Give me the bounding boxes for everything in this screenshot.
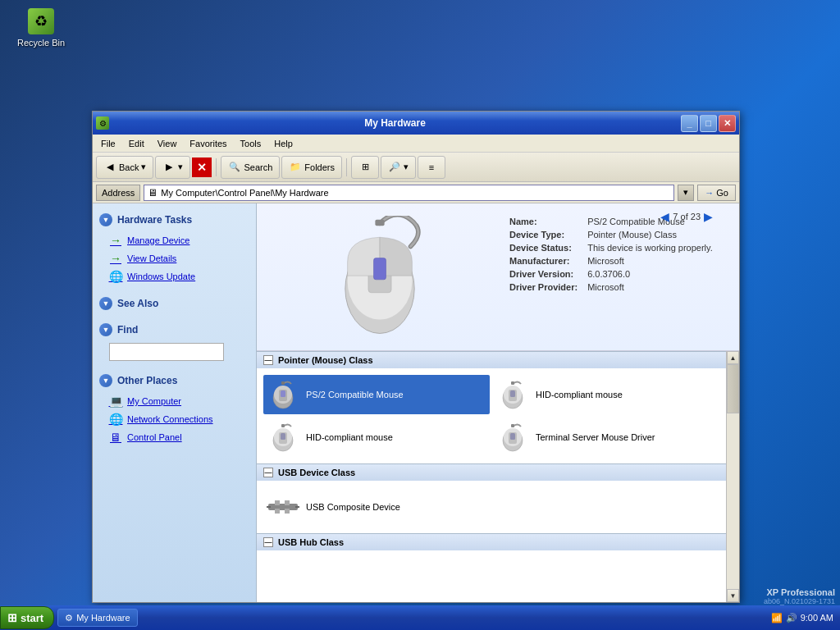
usb-composite-item[interactable]: USB Composite Device <box>263 487 490 527</box>
scroll-thumb[interactable] <box>727 364 739 413</box>
see-also-header[interactable]: ▼ See Also <box>93 294 256 313</box>
folders-icon: 📁 <box>289 161 302 174</box>
search-button[interactable]: 🔍 Search <box>221 156 280 179</box>
close-button[interactable]: ✕ <box>719 115 736 132</box>
next-device-button[interactable]: ▶ <box>704 210 713 223</box>
my-hardware-window: ⚙ My Hardware _ □ ✕ File Edit View Favor… <box>92 111 740 603</box>
my-computer-icon: 💻 <box>109 395 122 408</box>
usb-device-class-header[interactable]: — USB Device Class <box>257 463 726 481</box>
scroll-up-button[interactable]: ▲ <box>727 351 739 364</box>
usb-hub-class-header[interactable]: — USB Hub Class <box>257 533 726 550</box>
find-input[interactable] <box>109 343 224 361</box>
menu-tools[interactable]: Tools <box>235 137 267 150</box>
hid-mouse-2-item[interactable]: HID-compliant mouse <box>263 418 490 457</box>
start-windows-icon: ⊞ <box>7 611 17 624</box>
scroll-down-button[interactable]: ▼ <box>727 589 739 602</box>
device-header: ◀ 7 of 23 ▶ <box>257 203 739 351</box>
find-header[interactable]: ▼ Find <box>93 320 256 340</box>
start-label: start <box>21 612 43 624</box>
svg-rect-25 <box>268 504 298 510</box>
recycle-bin-label: Recycle Bin <box>17 38 65 48</box>
find-chevron: ▼ <box>99 323 112 336</box>
address-value[interactable]: My Computer\Control Panel\My Hardware <box>161 188 328 198</box>
view2-button[interactable]: 🔎 ▾ <box>381 156 416 179</box>
menu-edit[interactable]: Edit <box>124 137 149 150</box>
menu-file[interactable]: File <box>96 137 121 150</box>
svg-rect-4 <box>375 219 384 226</box>
network-label: Network Connections <box>127 414 213 424</box>
back-label: Back <box>119 162 139 172</box>
forward-button[interactable]: ▶ ▾ <box>155 156 190 179</box>
control-panel-link[interactable]: 🖥 Control Panel <box>93 428 256 446</box>
manage-device-link[interactable]: → Manage Device <box>93 231 256 249</box>
ps2-mouse-item[interactable]: PS/2 Compatible Mouse <box>263 375 490 414</box>
taskbar-tray: 📶 🔊 9:00 AM <box>765 613 840 623</box>
network-icon: 🌐 <box>109 413 122 426</box>
pointer-collapse-btn[interactable]: — <box>263 355 273 365</box>
usb-composite-label: USB Composite Device <box>306 502 486 512</box>
name-label: Name: <box>509 217 578 226</box>
taskbar-my-hardware[interactable]: ⚙ My Hardware <box>57 609 137 627</box>
address-input-area: 🖥 My Computer\Control Panel\My Hardware <box>144 185 674 201</box>
taskbar-item-icon: ⚙ <box>65 613 73 623</box>
hid-mouse-2-label: HID-compliant mouse <box>306 432 486 442</box>
driver-provider-value: Microsoft <box>587 282 733 292</box>
terminal-server-mouse-label: Terminal Server Mouse Driver <box>536 432 716 442</box>
hid-mouse-1-item[interactable]: HID-compliant mouse <box>493 375 719 414</box>
windows-update-link[interactable]: 🌐 Windows Update <box>93 267 256 285</box>
manage-device-icon: → <box>109 234 122 247</box>
svg-rect-31 <box>285 509 290 514</box>
hardware-tasks-header[interactable]: ▼ Hardware Tasks <box>93 210 256 230</box>
usb-hub-collapse-btn[interactable]: — <box>263 537 273 547</box>
tray-time: 9:00 AM <box>801 613 833 623</box>
device-info-panel: Name: PS/2 Compatible Mouse Device Type:… <box>503 203 739 350</box>
xp-build: ab06_N.021029-1731 <box>758 597 835 605</box>
svg-rect-13 <box>510 390 515 397</box>
recycle-bin-icon[interactable]: ♻ Recycle Bin <box>16 8 66 48</box>
start-button[interactable]: ⊞ start <box>0 606 54 629</box>
nav-arrows: ◀ 7 of 23 ▶ <box>660 210 713 223</box>
my-computer-link[interactable]: 💻 My Computer <box>93 392 256 410</box>
address-icon: 🖥 <box>148 187 158 199</box>
usb-device-collapse-btn[interactable]: — <box>263 468 273 477</box>
device-type-value: Pointer (Mouse) Class <box>587 230 733 240</box>
minimize-button[interactable]: _ <box>681 115 698 132</box>
svg-rect-28 <box>275 500 280 505</box>
terminal-server-mouse-item[interactable]: Terminal Server Mouse Driver <box>493 418 719 457</box>
pointer-class-label: Pointer (Mouse) Class <box>278 355 373 365</box>
maximize-button[interactable]: □ <box>700 115 717 132</box>
hardware-tasks-label: Hardware Tasks <box>117 214 192 226</box>
view-button[interactable]: ⊞ <box>351 156 379 179</box>
menu-favorites[interactable]: Favorites <box>185 137 231 150</box>
folders-button[interactable]: 📁 Folders <box>281 156 342 179</box>
go-button[interactable]: → Go <box>697 185 736 201</box>
back-button[interactable]: ◀ Back ▾ <box>96 156 153 179</box>
titlebar: ⚙ My Hardware _ □ ✕ <box>93 112 739 135</box>
view-details-icon: → <box>109 252 122 265</box>
xp-text: XP Professional <box>758 587 835 597</box>
view-icon: ⊞ <box>358 161 372 174</box>
other-places-header[interactable]: ▼ Other Places <box>93 371 256 390</box>
stop-button[interactable]: ✕ <box>192 158 212 177</box>
ps2-mouse-label: PS/2 Compatible Mouse <box>306 390 486 399</box>
network-connections-link[interactable]: 🌐 Network Connections <box>93 410 256 428</box>
menu-view[interactable]: View <box>153 137 182 150</box>
address-dropdown-button[interactable]: ▾ <box>678 185 694 201</box>
left-panel: ▼ Hardware Tasks → Manage Device → View … <box>93 203 257 602</box>
recycle-bin-image: ♻ <box>28 8 54 34</box>
details-button[interactable]: ≡ <box>418 156 445 179</box>
hid-mouse-2-icon <box>267 421 299 454</box>
svg-rect-8 <box>281 390 285 397</box>
svg-rect-26 <box>267 506 271 508</box>
pointer-class-header[interactable]: — Pointer (Mouse) Class <box>257 351 726 368</box>
hardware-tasks-chevron: ▼ <box>99 213 112 226</box>
svg-rect-24 <box>511 424 514 427</box>
prev-device-button[interactable]: ◀ <box>660 210 669 223</box>
menu-help[interactable]: Help <box>269 137 298 150</box>
windows-update-icon: 🌐 <box>109 270 122 283</box>
go-label: Go <box>716 188 728 198</box>
scroll-track[interactable] <box>727 364 739 589</box>
view-details-link[interactable]: → View Details <box>93 249 256 267</box>
search-label: Search <box>244 162 272 172</box>
control-panel-label: Control Panel <box>127 432 182 442</box>
